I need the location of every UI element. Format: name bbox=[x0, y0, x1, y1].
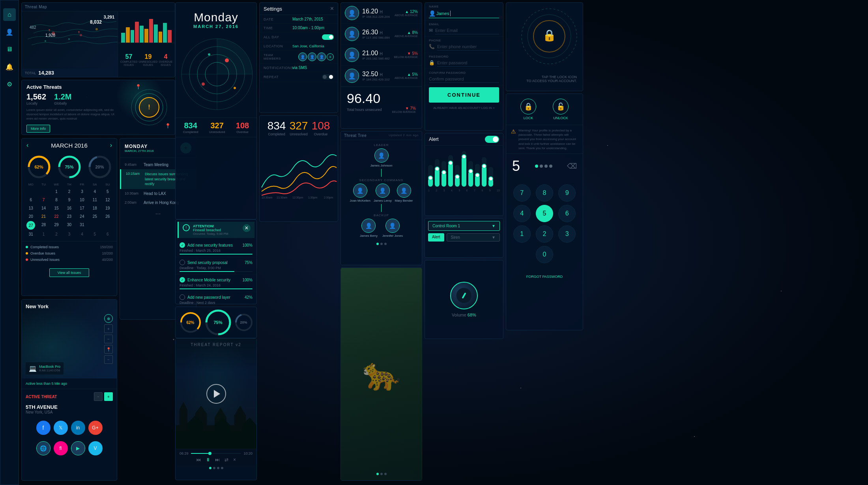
key-8[interactable]: 8 bbox=[536, 184, 553, 202]
dropdown-chevron: ▼ bbox=[492, 224, 496, 228]
key-3[interactable]: 3 bbox=[558, 225, 576, 243]
next-track-btn[interactable]: ⏭ bbox=[215, 457, 220, 463]
empty-key-2 bbox=[557, 246, 577, 263]
volume-panel: Volume 68% bbox=[425, 260, 503, 339]
key-6[interactable]: 6 bbox=[558, 205, 576, 222]
animal-dot-1[interactable] bbox=[376, 473, 379, 475]
key-9[interactable]: 9 bbox=[558, 184, 576, 202]
all-day-toggle[interactable] bbox=[322, 34, 334, 40]
firewall-breached: Firewall breached bbox=[193, 228, 228, 232]
forgot-password-link[interactable]: FORGOT PASSWORD bbox=[526, 275, 563, 279]
email-input[interactable]: Enter Email bbox=[435, 27, 499, 34]
sidebar-bell-icon[interactable]: 🔔 bbox=[3, 60, 16, 73]
alert-toggle[interactable] bbox=[485, 136, 499, 143]
repeat-toggle[interactable] bbox=[322, 74, 334, 80]
continue-button[interactable]: CONTINUE bbox=[429, 87, 499, 103]
map-location-pin[interactable]: 📍 bbox=[104, 345, 113, 354]
cal-prev-btn[interactable]: ‹ bbox=[26, 142, 28, 149]
view-all-button[interactable]: View all Issues bbox=[49, 268, 89, 277]
map-zoom-out[interactable]: − bbox=[104, 335, 113, 343]
key-7[interactable]: 7 bbox=[513, 184, 531, 202]
delete-btn[interactable]: ⌫ bbox=[567, 162, 577, 170]
sidebar-home-icon[interactable]: ⌂ bbox=[3, 8, 16, 21]
location-minus-btn[interactable]: − bbox=[94, 392, 103, 401]
phone-input[interactable]: Enter phone number bbox=[437, 43, 499, 51]
sidebar-settings-icon[interactable]: ⚙ bbox=[3, 78, 16, 90]
soundcloud-icon[interactable]: ▶ bbox=[71, 441, 85, 455]
schedule-day: MONDAY bbox=[125, 144, 153, 149]
tree-dot-3[interactable] bbox=[384, 243, 387, 245]
overdue-big-label: Overdue bbox=[312, 132, 330, 136]
flickr-icon[interactable]: fl bbox=[54, 441, 68, 455]
animal-dot-2[interactable] bbox=[380, 473, 383, 475]
pct-2: 75% bbox=[65, 165, 73, 169]
password-input[interactable]: Enter password bbox=[437, 59, 499, 67]
overdue-big: 108 bbox=[312, 120, 330, 132]
google-plus-icon[interactable]: G+ bbox=[88, 421, 103, 435]
facebook-icon[interactable]: f bbox=[36, 421, 51, 435]
play-pause-btn[interactable]: ⏸ bbox=[206, 457, 210, 463]
sidebar-user-icon[interactable]: 👤 bbox=[3, 26, 16, 38]
alert-panel: Alert bbox=[425, 133, 503, 216]
pin-dot-3 bbox=[544, 165, 548, 168]
unresolved-big-label: Unresolved bbox=[290, 132, 308, 136]
unlock-button[interactable]: 🔓 UNLOCK bbox=[553, 99, 569, 120]
siren-type-btn[interactable]: Siren ▼ bbox=[447, 233, 500, 242]
key-5[interactable]: 5 bbox=[536, 205, 553, 222]
display-number: 5 bbox=[512, 158, 520, 174]
settings-close-btn[interactable]: × bbox=[330, 5, 334, 12]
animal-dot-3[interactable] bbox=[384, 473, 387, 475]
progress-circles-panel: 62% 75% 20% bbox=[175, 307, 257, 338]
globe-icon[interactable]: 🌐 bbox=[36, 441, 51, 455]
slide-dot-4[interactable] bbox=[221, 467, 223, 469]
pin-dot-1 bbox=[535, 165, 538, 168]
confirm-label: CONFIRM PASSWORD bbox=[429, 71, 499, 75]
key-0[interactable]: 0 bbox=[536, 246, 553, 263]
settings-panel: Settings × DATE March 27th, 2015 TIME 10… bbox=[259, 2, 338, 113]
close-video-btn[interactable]: × bbox=[233, 457, 236, 463]
map-minus[interactable]: − bbox=[104, 355, 113, 364]
sidebar-monitor-icon[interactable]: 🖥 bbox=[3, 43, 16, 56]
backup-2-avatar: 👤 bbox=[385, 219, 400, 233]
confirm-input[interactable]: Confirm password bbox=[429, 75, 499, 83]
map-navigate-icon[interactable]: ⊕ bbox=[104, 314, 113, 323]
svg-text:2:30pm: 2:30pm bbox=[324, 196, 333, 199]
control-room-dropdown[interactable]: Control Room 1 ▼ bbox=[428, 221, 500, 231]
slide-dot-2[interactable] bbox=[213, 467, 215, 469]
add-member-btn[interactable]: + bbox=[327, 53, 334, 60]
linkedin-icon[interactable]: in bbox=[71, 421, 85, 435]
vimeo-icon[interactable]: V bbox=[88, 441, 103, 455]
slide-dot-3[interactable] bbox=[217, 467, 219, 469]
threat-stat-3: 1,928 bbox=[45, 33, 55, 37]
key-1[interactable]: 1 bbox=[513, 225, 531, 243]
tap-text: TAP THE LOCK ICON bbox=[526, 75, 577, 79]
cal-next-btn[interactable]: › bbox=[110, 142, 112, 149]
alert-type-btn[interactable]: Alert bbox=[428, 233, 444, 242]
twitter-icon[interactable]: 𝕏 bbox=[54, 421, 68, 435]
threat-map-panel: Threat Map 📍 📍 3,291 bbox=[21, 2, 175, 77]
social-icons-row: f 𝕏 in G+ bbox=[22, 418, 117, 438]
overdue-count: 4 bbox=[159, 53, 173, 60]
backup-1-name: James Berry bbox=[360, 234, 378, 238]
more-info-button[interactable]: More Info bbox=[26, 125, 50, 133]
login-link[interactable]: ALREADY HAVE AN ACCOUNT? LOG IN > bbox=[425, 105, 503, 111]
task-3: ✓ Enhance Mobile security 100% Finished … bbox=[176, 275, 256, 292]
threat-tree-updated: Updated 2 min ago bbox=[389, 133, 419, 138]
key-4[interactable]: 4 bbox=[513, 205, 531, 222]
key-2[interactable]: 2 bbox=[536, 225, 553, 243]
task-1: ✓ Add new security features 100% Finishe… bbox=[176, 240, 256, 257]
map-zoom-in[interactable]: + bbox=[104, 324, 113, 333]
settings-time: 10:00am - 1:00pm bbox=[292, 26, 334, 30]
dismiss-btn[interactable]: × bbox=[243, 224, 251, 232]
shuffle-btn[interactable]: ⇄ bbox=[224, 457, 228, 463]
prev-track-btn[interactable]: ⏮ bbox=[196, 457, 201, 463]
volume-knob[interactable] bbox=[450, 282, 478, 309]
location-plus-btn[interactable]: + bbox=[104, 392, 113, 401]
play-button[interactable] bbox=[206, 384, 226, 404]
tree-dot-1[interactable] bbox=[376, 243, 379, 245]
lock-button[interactable]: 🔒 LOCK bbox=[520, 99, 536, 120]
keypad-panel: 🔒 LOCK 🔓 UNLOCK ⚠ Warning! Your profile … bbox=[506, 94, 583, 330]
slide-dot-1[interactable] bbox=[209, 467, 211, 469]
tree-dot-2[interactable] bbox=[380, 243, 383, 245]
pin-dot-2 bbox=[540, 165, 543, 168]
